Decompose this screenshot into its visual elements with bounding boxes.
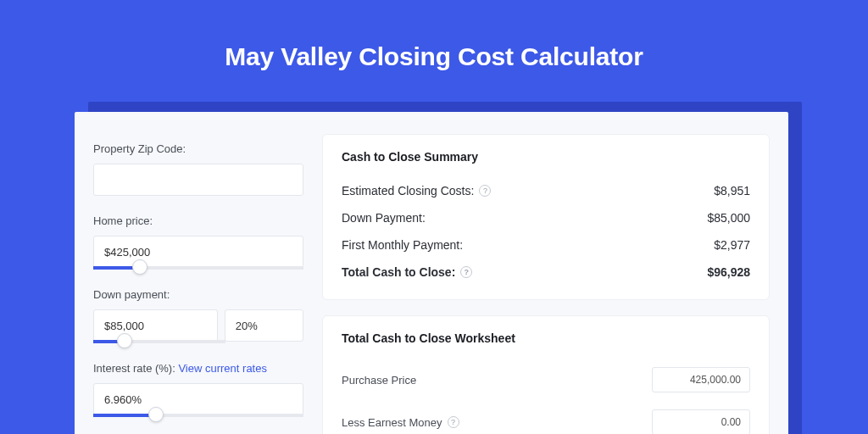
summary-value: $85,000 [707, 211, 750, 225]
worksheet-label: Less Earnest Money [342, 416, 442, 429]
interest-rate-slider[interactable] [93, 414, 303, 417]
down-payment-input[interactable] [93, 309, 218, 342]
interest-rate-label-text: Interest rate (%): [93, 362, 178, 375]
summary-label: Down Payment: [342, 211, 426, 225]
interest-rate-input[interactable] [93, 383, 303, 415]
interest-rate-slider-fill [93, 414, 156, 417]
summary-value: $8,951 [714, 184, 750, 198]
worksheet-card: Total Cash to Close Worksheet Purchase P… [322, 315, 770, 434]
help-icon[interactable]: ? [479, 185, 491, 197]
interest-rate-field: Interest rate (%): View current rates [93, 362, 303, 417]
worksheet-row-purchase-price: Purchase Price [342, 359, 750, 401]
help-icon[interactable]: ? [448, 416, 459, 428]
home-price-input[interactable] [93, 236, 303, 268]
down-payment-slider-thumb[interactable] [117, 333, 132, 348]
view-rates-link[interactable]: View current rates [178, 362, 267, 375]
summary-title: Cash to Close Summary [342, 150, 750, 164]
home-price-label: Home price: [93, 214, 303, 227]
page-title: May Valley Closing Cost Calculator [0, 0, 868, 92]
zip-field: Property Zip Code: [93, 142, 303, 196]
summary-label: First Monthly Payment: [342, 238, 463, 252]
calculator-card: Property Zip Code: Home price: Down paym… [75, 112, 788, 434]
home-price-slider[interactable] [93, 266, 303, 270]
inputs-panel: Property Zip Code: Home price: Down paym… [75, 112, 322, 434]
worksheet-input[interactable] [652, 367, 750, 392]
home-price-slider-thumb[interactable] [132, 259, 147, 275]
summary-card: Cash to Close Summary Estimated Closing … [322, 134, 770, 300]
worksheet-input[interactable] [652, 409, 750, 434]
zip-label: Property Zip Code: [93, 142, 303, 155]
summary-row-total: Total Cash to Close: ? $96,928 [342, 259, 750, 286]
summary-row-down-payment: Down Payment: $85,000 [342, 204, 750, 231]
worksheet-row-earnest-money: Less Earnest Money ? [342, 401, 750, 434]
summary-total-label: Total Cash to Close: [342, 265, 455, 279]
summary-row-closing-costs: Estimated Closing Costs: ? $8,951 [342, 177, 750, 204]
interest-rate-label: Interest rate (%): View current rates [93, 362, 303, 375]
summary-total-value: $96,928 [707, 265, 750, 279]
interest-rate-slider-thumb[interactable] [148, 407, 164, 422]
home-price-field: Home price: [93, 214, 303, 270]
worksheet-title: Total Cash to Close Worksheet [342, 331, 750, 345]
down-payment-label: Down payment: [93, 288, 303, 301]
results-panel: Cash to Close Summary Estimated Closing … [322, 112, 788, 434]
down-payment-pct-input[interactable] [225, 309, 303, 342]
help-icon[interactable]: ? [460, 266, 472, 278]
down-payment-slider[interactable] [93, 340, 225, 343]
worksheet-label: Purchase Price [342, 374, 416, 387]
summary-row-first-payment: First Monthly Payment: $2,977 [342, 231, 750, 259]
down-payment-field: Down payment: [93, 288, 303, 343]
summary-label: Estimated Closing Costs: [342, 184, 474, 198]
zip-input[interactable] [93, 164, 303, 196]
summary-value: $2,977 [714, 238, 750, 252]
